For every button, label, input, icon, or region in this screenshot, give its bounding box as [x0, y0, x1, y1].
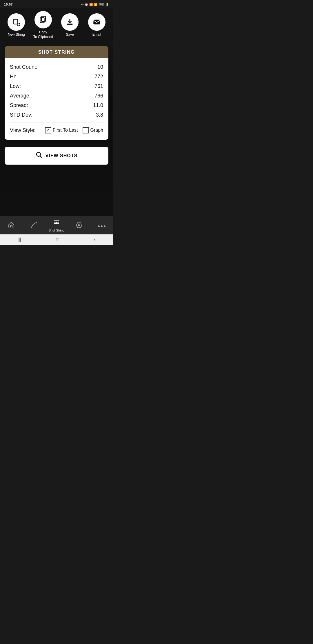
shot-count-label: Shot Count: — [10, 64, 37, 70]
new-string-icon — [8, 13, 25, 31]
graph-checkbox-box[interactable] — [83, 127, 89, 133]
average-value: 766 — [94, 93, 103, 99]
bottom-nav: Shot String — [0, 216, 113, 234]
svg-rect-5 — [41, 16, 46, 21]
low-value: 761 — [94, 83, 103, 89]
spread-value: 11.0 — [93, 102, 103, 108]
svg-point-23 — [98, 225, 100, 227]
spread-label: Spread: — [10, 102, 28, 108]
android-back-button[interactable]: ‹ — [88, 236, 101, 243]
svg-point-21 — [56, 222, 57, 223]
new-string-label: New String — [8, 32, 25, 37]
copy-clipboard-button[interactable]: CopyTo Clipboard — [33, 11, 53, 39]
new-string-button[interactable]: New String — [6, 13, 26, 37]
svg-rect-1 — [14, 20, 17, 24]
shot-string-nav-label: Shot String — [49, 229, 64, 232]
nav-home[interactable] — [3, 221, 20, 230]
svg-point-25 — [104, 225, 105, 227]
first-to-last-checkbox-box[interactable]: ✓ — [45, 127, 51, 133]
status-time: 10:07 — [4, 3, 13, 6]
shot-count-row: Shot Count: 10 — [10, 62, 103, 72]
graph-label: Graph — [90, 128, 103, 133]
svg-point-22 — [78, 224, 80, 226]
low-row: Low: 761 — [10, 82, 103, 91]
nav-velocimeter[interactable] — [25, 221, 43, 230]
status-bar: 10:07 ✏ ⏰ 📶 📶 70% 🔋 — [0, 0, 113, 8]
battery-icon: 🔋 — [105, 3, 109, 6]
battery-text: 70% — [99, 3, 104, 6]
settings-icon — [76, 221, 83, 230]
low-label: Low: — [10, 83, 21, 89]
pencil-icon: ✏ — [81, 3, 83, 6]
android-nav-bar: ||| □ ‹ — [0, 234, 113, 245]
view-shots-text: VIEW SHOTS — [46, 153, 77, 158]
std-dev-row: STD Dev: 3.8 — [10, 110, 103, 120]
view-shots-button[interactable]: VIEW SHOTS — [5, 147, 108, 165]
email-label: Email — [92, 32, 101, 37]
email-button[interactable]: Email — [87, 13, 107, 37]
svg-point-17 — [31, 227, 32, 228]
svg-point-16 — [36, 222, 37, 223]
view-style-options: ✓ First To Last Graph — [45, 127, 103, 133]
alarm-icon: ⏰ — [85, 3, 88, 6]
save-label: Save — [66, 32, 74, 37]
svg-line-12 — [40, 156, 42, 158]
spread-row: Spread: 11.0 — [10, 101, 103, 110]
nav-shot-string[interactable]: Shot String — [48, 219, 65, 232]
nav-settings[interactable] — [70, 221, 88, 230]
card-body: Shot Count: 10 Hi: 772 Low: 761 Average:… — [5, 58, 108, 140]
wifi-icon: 📶 — [89, 3, 93, 6]
card-header: SHOT STRING — [5, 46, 108, 58]
shot-string-nav-icon — [53, 219, 60, 228]
card-header-title: SHOT STRING — [38, 50, 75, 55]
shot-count-value: 10 — [97, 64, 103, 70]
copy-clipboard-label: CopyTo Clipboard — [33, 30, 53, 39]
hi-value: 772 — [94, 74, 103, 80]
toolbar: New String CopyTo Clipboard Save — [0, 8, 113, 43]
android-home-button[interactable]: □ — [50, 236, 65, 243]
status-icons: ✏ ⏰ 📶 📶 70% 🔋 — [81, 3, 109, 6]
svg-point-24 — [101, 225, 103, 227]
graph-checkbox[interactable]: Graph — [83, 127, 103, 133]
std-dev-label: STD Dev: — [10, 112, 32, 118]
email-icon — [88, 13, 105, 31]
more-icon — [98, 222, 106, 229]
save-icon — [61, 13, 79, 31]
android-recents-button[interactable]: ||| — [12, 236, 27, 243]
view-style-row: View Style: ✓ First To Last Graph — [10, 125, 103, 136]
shot-string-card: SHOT STRING Shot Count: 10 Hi: 772 Low: … — [5, 46, 108, 140]
search-icon — [36, 151, 43, 160]
first-to-last-label: First To Last — [53, 128, 78, 133]
average-row: Average: 766 — [10, 91, 103, 101]
velocimeter-icon — [30, 221, 37, 230]
hi-label: Hi: — [10, 74, 16, 80]
average-label: Average: — [10, 93, 31, 99]
checkmark-icon: ✓ — [46, 128, 50, 133]
std-dev-value: 3.8 — [96, 112, 103, 118]
view-style-label: View Style: — [10, 127, 36, 133]
signal-icon: 📶 — [94, 3, 97, 6]
nav-more[interactable] — [93, 222, 110, 229]
home-icon — [8, 221, 15, 230]
save-button[interactable]: Save — [60, 13, 80, 37]
shot-string-section: SHOT STRING Shot Count: 10 Hi: 772 Low: … — [0, 43, 113, 143]
first-to-last-checkbox[interactable]: ✓ First To Last — [45, 127, 78, 133]
card-divider — [10, 122, 103, 122]
copy-icon — [34, 11, 52, 28]
svg-rect-6 — [40, 18, 44, 23]
hi-row: Hi: 772 — [10, 72, 103, 82]
svg-line-14 — [33, 224, 34, 225]
